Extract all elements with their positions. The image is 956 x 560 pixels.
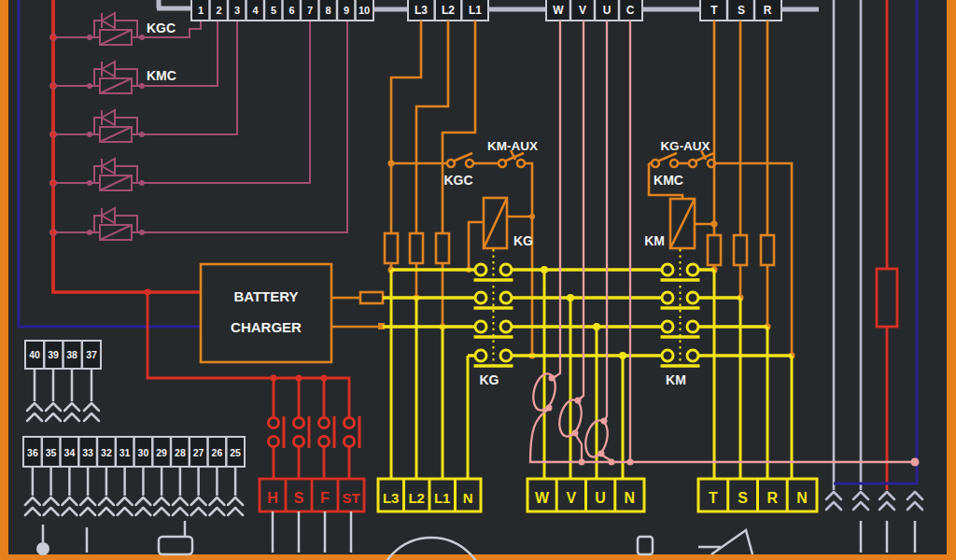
bottom-left-symbols [36,521,192,555]
battery-charger-box [201,264,331,362]
terminal-l2-top: L2 [442,4,455,17]
terminal-1: 1 [198,5,204,16]
terminal-s-io: S [294,490,304,506]
dc-fuse [877,269,897,327]
terminal-40: 40 [29,349,40,360]
terminal-t-mains: T [709,490,718,506]
terminal-n-gen: N [463,490,473,506]
terminal-3: 3 [234,5,240,16]
fuse-l2 [410,233,423,263]
terminal-26: 26 [212,447,223,458]
relay-kmc-label: KMC [147,68,176,83]
relay-kgc [87,13,145,45]
control-supply-branch [148,292,349,417]
kmc-contact-label: KMC [654,173,683,188]
charger-fuse [360,292,383,303]
terminal-2: 2 [216,5,221,16]
schematic-canvas: KGC KMC 1 2 3 4 5 6 7 8 9 10 L3 L2 L1 [0,0,956,560]
terminal-35: 35 [46,447,57,458]
terminal-l2-gen: L2 [408,490,425,506]
battery-charger-label-2: CHARGER [231,319,302,335]
km-coil-label: KM [644,233,665,248]
kmc-contact [652,153,678,167]
terminal-v-load: V [567,490,577,506]
link-st [344,416,360,448]
relay-kmc [87,62,145,93]
terminal-l3-top: L3 [415,4,428,17]
terminal-36: 36 [27,447,38,458]
fuse-l1 [436,233,449,263]
pilot-relay-bank: KGC KMC [50,13,348,240]
power-buses: KG KM [383,249,792,479]
fuse-t [708,235,721,265]
terminal-w-load: W [535,490,550,506]
terminal-strip-upper: 40 39 38 37 [25,341,101,421]
wiring-diagram: KGC KMC 1 2 3 4 5 6 7 8 9 10 L3 L2 L1 [0,0,956,560]
terminal-c-top: C [626,4,635,17]
generator-terminal-block: L3 L2 L1 N [377,479,485,560]
plug-arrow-4 [907,492,922,510]
terminal-28: 28 [175,447,186,458]
relay4-to-terminal7 [142,21,310,183]
terminal-w-top: W [553,4,564,17]
fuse-s [734,235,747,265]
relay-4 [87,159,145,190]
terminal-37: 37 [86,349,97,360]
terminal-h: H [267,490,278,506]
plug-arrow-2 [853,492,868,510]
km-contactor-label: KM [666,372,686,387]
mains-symbol [698,530,752,554]
km-aux-label: KM-AUX [487,139,538,153]
terminal-u-load: U [595,490,606,506]
symbol-solenoid [159,537,192,554]
plug-arrow-3 [879,492,894,510]
load-terminal-block: W V U N [527,479,653,554]
relay-kgc-label: KGC [147,21,176,35]
kg-pole-1 [474,264,513,280]
kgc-contact [447,153,473,167]
terminal-n-load: N [625,490,636,506]
link-h [269,416,285,448]
engine-wire-negative [834,0,917,483]
plug-arrow-1 [826,492,841,510]
relay-5 [87,208,145,240]
kg-contactor-label: KG [480,372,499,387]
kg-aux-label: KG-AUX [660,139,710,153]
terminal-s-top: S [738,4,745,17]
terminal-7: 7 [307,5,313,16]
terminal-39: 39 [48,349,59,360]
top-block-mains-in: T S R [642,0,819,21]
top-block-line-in: L3 L2 L1 [373,0,488,21]
load-symbol [638,537,653,554]
terminal-l3-gen: L3 [383,490,400,506]
symbol-sensor [36,542,49,555]
terminal-27: 27 [193,447,204,458]
terminal-s-mains: S [738,490,748,506]
kgc-contact-label: KGC [443,173,472,188]
terminal-r-mains: R [767,490,779,506]
fuse-l3 [385,233,398,263]
top-terminal-strip-numbers: 1 2 3 4 5 6 7 8 9 10 [157,0,373,21]
relay-3 [87,110,145,142]
terminal-6: 6 [288,5,294,16]
terminal-29: 29 [156,447,167,458]
terminal-9: 9 [344,5,349,16]
mains-terminal-block: T S R N [698,479,817,554]
terminal-f: F [320,490,330,506]
control-io-block: H S F ST [260,416,364,553]
mains-terminal-drops [714,270,792,479]
fuse-r [761,235,774,265]
terminal-25: 25 [230,447,241,458]
terminal-10: 10 [358,5,370,16]
terminal-v-top: V [579,4,586,17]
terminal-strip-lower: 36 35 34 33 32 31 30 29 28 27 26 25 [23,437,245,515]
battery-charger: BATTERY CHARGER [201,264,385,362]
terminal-st: ST [342,490,359,506]
terminal-33: 33 [82,447,93,458]
generator-terminal-drops [391,270,468,479]
terminal-30: 30 [138,447,149,458]
terminal-n-mains: N [796,490,808,506]
link-f [319,416,335,448]
terminal-4: 4 [252,5,259,16]
km-pole-1 [661,264,700,280]
